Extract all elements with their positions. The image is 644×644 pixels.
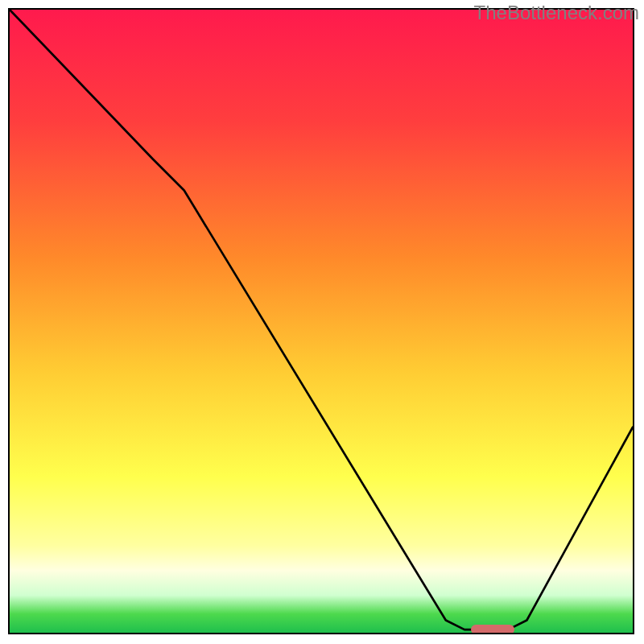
watermark-text: TheBottleneck.com bbox=[474, 2, 639, 24]
plot-area bbox=[8, 8, 634, 634]
bottleneck-chart: TheBottleneck.com bbox=[0, 0, 644, 644]
bottleneck-curve bbox=[10, 10, 633, 633]
optimal-marker bbox=[471, 625, 514, 634]
